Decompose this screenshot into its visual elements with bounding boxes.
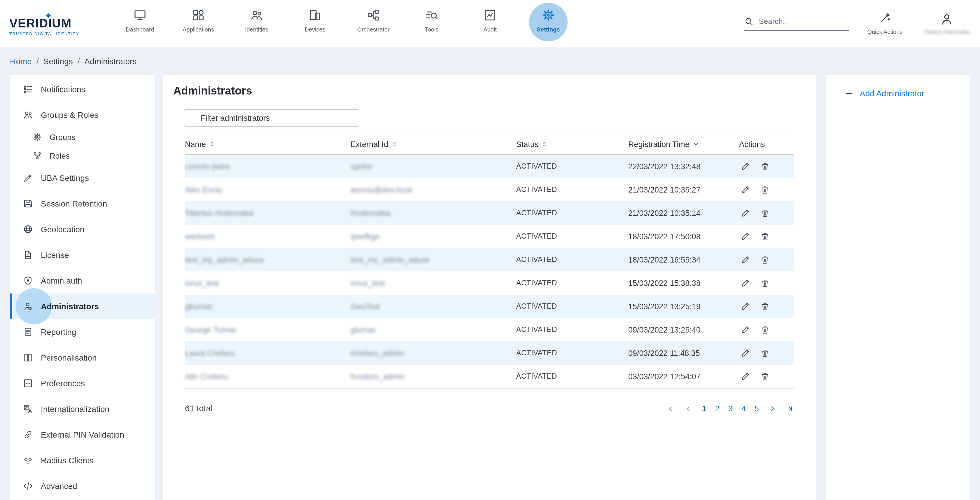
sort-icon [391, 140, 398, 148]
sidebar-item-uba-settings[interactable]: UBA Settings [10, 165, 155, 191]
delete-admin-button[interactable] [760, 325, 770, 334]
page-4-button[interactable]: 4 [741, 404, 746, 413]
sidebar-item-advanced[interactable]: Advanced [10, 473, 155, 499]
admin-status: ACTIVATED [516, 186, 628, 194]
column-label: External Id [351, 140, 388, 148]
nav-item-dashboard[interactable]: Dashboard [111, 0, 169, 47]
table-body: cosmin petrecpetreACTIVATED22/03/2022 13… [185, 154, 794, 389]
page-5-button[interactable]: 5 [754, 404, 759, 413]
next-page-button[interactable] [768, 404, 776, 413]
column-header-registration-time[interactable]: Registration Time [628, 140, 739, 148]
magic-wand-icon [878, 12, 891, 24]
edit-admin-button[interactable] [740, 255, 750, 264]
pagination: 12345 [667, 404, 794, 413]
delete-admin-button[interactable] [760, 185, 770, 194]
sidebar-item-personalisation[interactable]: Personalisation [10, 345, 155, 371]
tools-icon [425, 8, 439, 22]
add-administrator-button[interactable]: Add Administrator [845, 89, 970, 98]
table-row[interactable]: George TumacgtumacACTIVATED09/03/2022 13… [185, 318, 794, 341]
quick-actions-button[interactable]: Quick Actions [867, 12, 902, 35]
groups-roles-icon [23, 110, 33, 120]
page-3-button[interactable]: 3 [728, 404, 733, 413]
sidebar-item-preferences[interactable]: Preferences [10, 371, 155, 396]
sidebar-item-groups[interactable]: Groups [10, 128, 155, 146]
first-page-button[interactable] [667, 404, 676, 413]
admin-external-id: lchelaru_admin [351, 349, 516, 357]
edit-admin-button[interactable] [740, 185, 750, 194]
delete-admin-button[interactable] [760, 255, 770, 264]
sidebar-item-internationalization[interactable]: Internationalization [10, 396, 155, 422]
edit-admin-button[interactable] [740, 161, 750, 171]
user-menu[interactable]: Tiberius Hodoroaba [924, 12, 969, 35]
column-header-status[interactable]: Status [516, 140, 628, 148]
devices-icon [308, 8, 322, 22]
row-actions [739, 185, 794, 194]
breadcrumb-home[interactable]: Home [10, 56, 32, 65]
delete-admin-button[interactable] [760, 231, 770, 241]
row-actions [739, 255, 794, 264]
row-actions [739, 231, 794, 241]
table-row[interactable]: wertwertqwefkgeACTIVATED18/03/2022 17:50… [185, 225, 794, 248]
last-page-button[interactable] [785, 404, 794, 413]
edit-admin-button[interactable] [740, 231, 750, 241]
sidebar-item-external-pin-validation[interactable]: External PIN Validation [10, 422, 155, 447]
table-row[interactable]: ionut_testionut_testACTIVATED15/03/2022 … [185, 271, 794, 295]
previous-page-button[interactable] [684, 404, 693, 413]
sidebar-item-administrators[interactable]: Administrators [10, 293, 155, 319]
sidebar-item-label: Preferences [41, 379, 85, 388]
user-name: Tiberius Hodoroaba [924, 29, 969, 35]
delete-admin-button[interactable] [760, 161, 770, 171]
edit-admin-button[interactable] [740, 278, 750, 288]
sidebar-item-license[interactable]: License [10, 242, 155, 268]
sidebar-item-roles[interactable]: Roles [10, 146, 155, 165]
delete-admin-button[interactable] [760, 371, 770, 381]
admin-status: ACTIVATED [516, 372, 628, 381]
sidebar-item-label: Groups [49, 133, 76, 142]
delete-admin-button[interactable] [760, 301, 770, 311]
delete-admin-button[interactable] [760, 348, 770, 358]
table-row[interactable]: gbumacGeoTestACTIVATED15/03/2022 13:25:1… [185, 295, 794, 318]
table-row[interactable]: test_my_admin_adusetest_my_admin_aduseAC… [185, 248, 794, 271]
delete-admin-button[interactable] [760, 208, 770, 218]
nav-item-audit[interactable]: Audit [461, 0, 519, 47]
page-1-button[interactable]: 1 [702, 404, 706, 413]
table-row[interactable]: Alex Enciuaenciu@dev.localACTIVATED21/03… [185, 178, 794, 201]
sidebar-item-geolocation[interactable]: Geolocation [10, 217, 155, 242]
sidebar-item-radius-clients[interactable]: Radius Clients [10, 447, 155, 473]
sidebar-item-groups-roles[interactable]: Groups & Roles [10, 102, 155, 128]
edit-admin-button[interactable] [740, 348, 750, 358]
search-icon[interactable] [743, 16, 753, 26]
table-row[interactable]: Alin Croitorufcroitoru_adminACTIVATED03/… [185, 365, 794, 388]
nav-item-applications[interactable]: Applications [169, 0, 228, 47]
sidebar-item-session-retention[interactable]: Session Retention [10, 191, 155, 217]
sidebar-item-reporting[interactable]: Reporting [10, 319, 155, 345]
edit-admin-button[interactable] [740, 371, 750, 381]
nav-item-settings[interactable]: Settings [519, 0, 578, 47]
nav-item-devices[interactable]: Devices [286, 0, 344, 47]
column-header-name[interactable]: Name [185, 140, 351, 148]
nav-item-orchestrator[interactable]: Orchestrator [344, 0, 402, 47]
edit-admin-button[interactable] [740, 325, 750, 334]
table-row[interactable]: cosmin petrecpetreACTIVATED22/03/2022 13… [185, 154, 794, 178]
nav-item-label: Applications [183, 26, 214, 33]
session-retention-icon [23, 198, 33, 209]
edit-admin-button[interactable] [740, 301, 750, 311]
table-row[interactable]: Tiberius HodoroabathodoroabaACTIVATED21/… [185, 201, 794, 225]
filter-administrators-input[interactable] [184, 109, 360, 127]
edit-admin-button[interactable] [740, 208, 750, 218]
table-row[interactable]: Laura Chelarulchelaru_adminACTIVATED09/0… [185, 341, 794, 365]
column-label: Status [516, 140, 539, 148]
veridium-logo[interactable]: VERIDIUM TRUSTED DIGITAL IDENTITY [10, 11, 107, 35]
row-actions [739, 301, 794, 311]
nav-item-tools[interactable]: Tools [402, 0, 461, 47]
column-header-external-id[interactable]: External Id [351, 140, 516, 148]
sidebar-item-notifications[interactable]: Notifications [10, 76, 155, 102]
search-input[interactable] [759, 17, 842, 25]
page-2-button[interactable]: 2 [715, 404, 719, 413]
sort-icon [209, 140, 215, 148]
column-label: Name [185, 140, 206, 148]
nav-item-identities[interactable]: Identities [228, 0, 286, 47]
sorted-desc-icon [692, 141, 699, 148]
delete-admin-button[interactable] [760, 278, 770, 288]
admin-external-id: GeoTest [351, 302, 516, 311]
